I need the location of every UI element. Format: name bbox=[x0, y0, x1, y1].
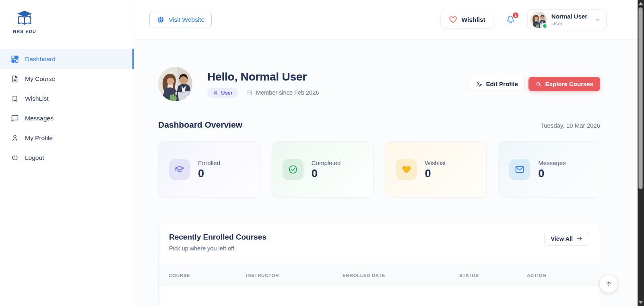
sidebar-item-wishlist[interactable]: WishList bbox=[0, 89, 134, 108]
hero-actions: Edit Profile Explore Courses bbox=[469, 77, 600, 91]
main-content: Hello, Normal User User Memb bbox=[134, 39, 638, 306]
sidebar-item-logout[interactable]: Logout bbox=[0, 148, 134, 167]
envelope-icon bbox=[509, 159, 530, 180]
profile-avatar bbox=[158, 67, 192, 101]
chat-bubble-icon bbox=[11, 114, 19, 122]
user-meta: Normal User User bbox=[551, 13, 587, 27]
scrollbar-thumb[interactable] bbox=[638, 7, 643, 189]
stat-card-wishlist: Wishlist 0 bbox=[385, 141, 487, 198]
column-instructor: INSTRUCTOR bbox=[236, 273, 332, 278]
hero-text: Hello, Normal User User Memb bbox=[207, 70, 319, 98]
stat-value: 0 bbox=[538, 167, 566, 180]
search-icon bbox=[535, 81, 542, 87]
stat-label: Wishlist bbox=[425, 159, 446, 166]
stats-row: Enrolled 0 Completed 0 bbox=[158, 141, 600, 198]
user-pen-icon bbox=[476, 81, 483, 87]
scrollbar-up-arrow[interactable] bbox=[639, 2, 643, 5]
brand-logo[interactable]: NRS EDU bbox=[2, 10, 47, 34]
wishlist-label: Wishlist bbox=[462, 16, 485, 23]
edit-profile-label: Edit Profile bbox=[486, 81, 518, 87]
sidebar-item-label: My Profile bbox=[25, 134, 53, 142]
heart-icon bbox=[449, 15, 457, 24]
scrollbar-down-arrow[interactable] bbox=[639, 301, 643, 304]
stat-label: Completed bbox=[312, 159, 341, 166]
topbar-right: Wishlist 1 Normal User User bbox=[440, 9, 607, 30]
explore-courses-label: Explore Courses bbox=[545, 81, 593, 87]
sidebar-item-label: Dashboard bbox=[25, 56, 56, 63]
sidebar-item-label: WishList bbox=[25, 95, 49, 102]
profile-hero: Hello, Normal User User Memb bbox=[158, 67, 600, 101]
stat-value: 0 bbox=[425, 167, 446, 180]
bookmark-icon bbox=[11, 95, 19, 103]
recent-courses-subtitle: Pick up where you left off. bbox=[169, 245, 589, 252]
arrow-right-icon bbox=[576, 236, 583, 242]
overview-title: Dashboard Overview bbox=[158, 120, 242, 130]
vertical-scrollbar[interactable] bbox=[638, 0, 644, 306]
greeting-title: Hello, Normal User bbox=[207, 70, 319, 83]
globe-icon bbox=[157, 16, 165, 24]
courses-table-header: COURSE INSTRUCTOR ENROLLED DATE STATUS A… bbox=[159, 264, 600, 287]
user-name: Normal User bbox=[551, 13, 587, 20]
online-status-dot bbox=[542, 23, 547, 29]
sidebar-item-label: Logout bbox=[25, 154, 44, 161]
sidebar-item-messages[interactable]: Messages bbox=[0, 108, 134, 128]
sidebar-item-label: My Course bbox=[25, 75, 55, 83]
visit-website-label: Visit Website bbox=[169, 16, 204, 23]
overview-header: Dashboard Overview Tuesday, 10 Mar 2026 bbox=[158, 120, 600, 130]
topbar: Visit Website Wishlist 1 bbox=[134, 0, 638, 39]
badge-user-icon bbox=[213, 90, 218, 95]
hero-meta: User Member since Feb 2026 bbox=[207, 88, 319, 98]
user-role: User bbox=[551, 21, 587, 27]
arrow-up-icon bbox=[605, 280, 613, 288]
visit-website-button[interactable]: Visit Website bbox=[149, 12, 212, 27]
column-course: COURSE bbox=[159, 273, 236, 278]
recent-courses-header: Recently Enrolled Courses Pick up where … bbox=[159, 223, 600, 252]
user-icon bbox=[11, 134, 19, 142]
wishlist-button[interactable]: Wishlist bbox=[440, 11, 494, 29]
notifications-button[interactable]: 1 bbox=[506, 15, 515, 24]
sidebar-item-my-profile[interactable]: My Profile bbox=[0, 128, 134, 148]
dashboard-grid-icon bbox=[11, 55, 19, 63]
member-since-label: Member since Feb 2026 bbox=[256, 89, 319, 96]
nrs-logo-icon bbox=[15, 10, 34, 27]
overview-date: Tuesday, 10 Mar 2026 bbox=[541, 122, 600, 129]
stat-text: Enrolled 0 bbox=[198, 159, 220, 180]
dashboard-page: NRS EDU Dashboard My Course bbox=[0, 0, 644, 306]
document-icon bbox=[11, 75, 19, 83]
graduation-cap-icon bbox=[169, 159, 190, 180]
sidebar-nav: Dashboard My Course WishList Message bbox=[0, 49, 134, 167]
sidebar: NRS EDU Dashboard My Course bbox=[0, 0, 134, 306]
column-action: ACTION bbox=[517, 273, 600, 278]
power-icon bbox=[11, 154, 19, 162]
edit-profile-button[interactable]: Edit Profile bbox=[469, 77, 525, 91]
brand-name: NRS EDU bbox=[13, 29, 36, 34]
view-all-button[interactable]: View All bbox=[544, 232, 589, 246]
stat-value: 0 bbox=[312, 167, 341, 180]
stat-label: Messages bbox=[538, 159, 566, 166]
recent-courses-title: Recently Enrolled Courses bbox=[169, 233, 589, 242]
chevron-down-icon bbox=[594, 17, 601, 23]
recent-courses-card: Recently Enrolled Courses Pick up where … bbox=[158, 223, 600, 306]
member-since: Member since Feb 2026 bbox=[246, 89, 319, 96]
scroll-to-top-button[interactable] bbox=[600, 275, 617, 293]
calendar-icon bbox=[246, 89, 252, 96]
notification-badge: 1 bbox=[512, 12, 519, 19]
explore-courses-button[interactable]: Explore Courses bbox=[528, 77, 600, 91]
stat-card-completed: Completed 0 bbox=[272, 141, 374, 198]
sidebar-item-dashboard[interactable]: Dashboard bbox=[0, 49, 134, 69]
heart-filled-icon bbox=[396, 159, 417, 180]
sidebar-item-my-course[interactable]: My Course bbox=[0, 69, 134, 89]
stat-value: 0 bbox=[198, 167, 220, 180]
stat-text: Completed 0 bbox=[312, 159, 341, 180]
stat-label: Enrolled bbox=[198, 159, 220, 166]
check-circle-icon bbox=[283, 159, 303, 180]
stat-text: Wishlist 0 bbox=[425, 159, 446, 180]
user-avatar bbox=[530, 12, 547, 28]
stat-text: Messages 0 bbox=[538, 159, 566, 180]
role-badge-label: User bbox=[221, 90, 233, 96]
stat-card-messages: Messages 0 bbox=[498, 141, 600, 198]
stat-card-enrolled: Enrolled 0 bbox=[158, 141, 260, 198]
column-status: STATUS bbox=[449, 273, 517, 278]
role-badge: User bbox=[207, 88, 238, 98]
user-menu[interactable]: Normal User User bbox=[527, 9, 607, 30]
